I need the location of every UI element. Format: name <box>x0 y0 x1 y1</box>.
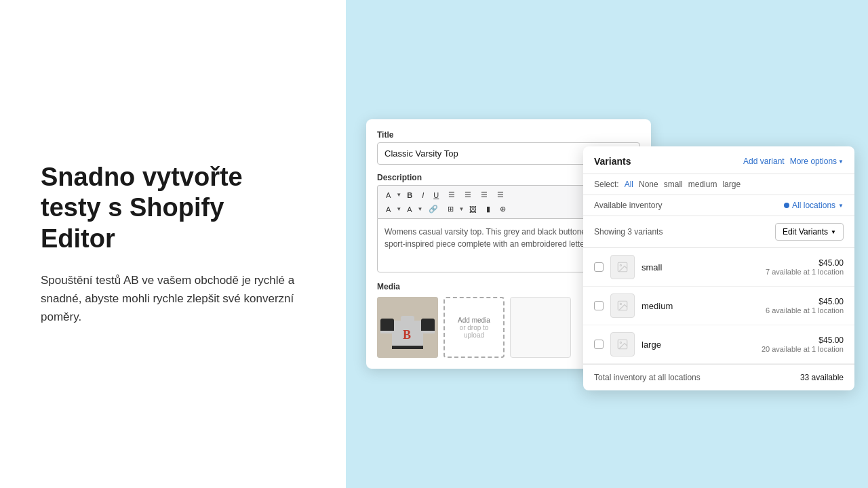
variant-price-info-1: $45.00 6 available at 1 location <box>766 297 844 314</box>
variant-img-0 <box>610 255 635 279</box>
svg-point-14 <box>620 342 621 343</box>
more-options-chevron: ▼ <box>838 159 844 165</box>
total-row: Total inventory at all locations 33 avai… <box>583 364 854 390</box>
edit-variants-chevron-icon: ▼ <box>831 229 836 235</box>
variants-title: Variants <box>594 156 631 167</box>
title-label: Title <box>377 130 640 140</box>
toolbar-dropdown2-icon: ▼ <box>396 206 401 212</box>
svg-rect-6 <box>421 331 435 333</box>
variant-rows-container: small $45.00 7 available at 1 location m… <box>583 248 854 364</box>
inventory-row: Available inventory All locations ▼ <box>583 195 854 216</box>
toolbar-link-btn[interactable]: 🔗 <box>425 203 442 216</box>
variant-stock-2: 20 available at 1 location <box>762 345 844 353</box>
filter-none[interactable]: None <box>639 180 658 189</box>
toolbar-more-btn[interactable]: ⊕ <box>496 203 510 216</box>
variants-actions: Add variant More options ▼ <box>743 157 844 166</box>
variant-price-info-0: $45.00 7 available at 1 location <box>766 258 844 276</box>
toolbar-table-btn[interactable]: ⊞ <box>443 203 458 216</box>
toolbar-bold-btn[interactable]: B <box>403 189 416 201</box>
left-content: Snadno vytvořte testy s Shopify Editor S… <box>41 162 305 326</box>
select-label: Select: <box>594 180 619 189</box>
variant-name-0: small <box>642 262 759 272</box>
toolbar-embed-btn[interactable]: ▮ <box>482 203 494 216</box>
variant-img-2 <box>610 332 635 357</box>
showing-text: Showing 3 variants <box>594 227 663 237</box>
upload-text-3: upload <box>464 331 484 339</box>
upload-text-2: or drop to <box>460 324 489 331</box>
product-image: B <box>377 297 438 358</box>
variant-checkbox-2[interactable] <box>594 340 604 349</box>
toolbar-align-right-btn[interactable]: ☰ <box>477 188 492 201</box>
variant-img-1 <box>610 293 635 318</box>
toolbar-image-btn[interactable]: 🖼 <box>465 203 481 216</box>
toolbar-font-btn[interactable]: A <box>382 189 395 201</box>
location-label: All locations <box>792 201 835 210</box>
svg-point-10 <box>620 264 621 266</box>
variant-name-1: medium <box>642 301 759 311</box>
variant-row: small $45.00 7 available at 1 location <box>583 248 854 287</box>
location-btn[interactable]: All locations ▼ <box>784 201 844 210</box>
upload-text-1: Add media <box>458 317 490 324</box>
svg-rect-4 <box>401 316 414 324</box>
main-heading: Snadno vytvořte testy s Shopify Editor <box>41 162 305 255</box>
total-value: 33 available <box>800 373 844 382</box>
right-panel: Title Classic Varsity Top Description A … <box>346 0 868 488</box>
variant-row: large $45.00 20 available at 1 location <box>583 325 854 364</box>
left-panel: Snadno vytvořte testy s Shopify Editor S… <box>0 0 346 488</box>
more-options-btn[interactable]: More options ▼ <box>790 157 844 166</box>
variant-checkbox-0[interactable] <box>594 262 604 272</box>
svg-text:B: B <box>403 328 411 342</box>
variants-header: Variants Add variant More options ▼ <box>583 146 854 174</box>
variant-checkbox-1[interactable] <box>594 301 604 310</box>
toolbar-italic-btn[interactable]: I <box>418 189 428 201</box>
location-chevron-icon: ▼ <box>838 203 844 209</box>
variant-price-0: $45.00 <box>766 258 844 268</box>
filter-all[interactable]: All <box>625 180 633 189</box>
filter-small[interactable]: small <box>664 180 683 189</box>
variant-stock-1: 6 available at 1 location <box>766 306 844 314</box>
media-upload-box[interactable]: Add media or drop to upload <box>443 297 505 358</box>
media-thumb-placeholder <box>510 297 571 358</box>
svg-rect-5 <box>380 331 394 333</box>
toolbar-align-left-btn[interactable]: ☰ <box>444 188 459 201</box>
toolbar-dropdown3-icon: ▼ <box>418 206 423 212</box>
edit-variants-btn[interactable]: Edit Variants ▼ <box>775 223 844 241</box>
variant-price-info-2: $45.00 20 available at 1 location <box>762 336 844 353</box>
svg-point-12 <box>620 303 621 304</box>
variant-stock-0: 7 available at 1 location <box>766 268 844 276</box>
sub-text: Spouštění testů AB ve vašem obchodě je r… <box>41 271 305 327</box>
svg-rect-8 <box>392 346 423 349</box>
variants-card: Variants Add variant More options ▼ Sele… <box>583 146 854 390</box>
filter-large[interactable]: large <box>722 180 741 189</box>
add-variant-btn[interactable]: Add variant <box>743 157 785 166</box>
filter-medium[interactable]: medium <box>688 180 717 189</box>
variant-row: medium $45.00 6 available at 1 location <box>583 287 854 325</box>
variant-price-1: $45.00 <box>766 297 844 306</box>
total-label: Total inventory at all locations <box>594 373 701 382</box>
toolbar-align-center-btn[interactable]: ☰ <box>460 188 475 201</box>
select-row: Select: All None small medium large <box>583 174 854 195</box>
variant-price-2: $45.00 <box>762 336 844 345</box>
inventory-label: Available inventory <box>594 201 663 210</box>
variant-name-2: large <box>642 340 755 350</box>
toolbar-underline-btn[interactable]: U <box>429 189 443 201</box>
toolbar-font2-btn[interactable]: A <box>382 203 395 216</box>
toolbar-align-justify-btn[interactable]: ☰ <box>493 188 508 201</box>
toolbar-dropdown-icon: ▼ <box>396 192 401 198</box>
toolbar-color-btn[interactable]: A <box>403 203 416 216</box>
location-dot-icon <box>784 203 789 208</box>
toolbar-dropdown4-icon: ▼ <box>459 206 465 212</box>
showing-row: Showing 3 variants Edit Variants ▼ <box>583 216 854 248</box>
